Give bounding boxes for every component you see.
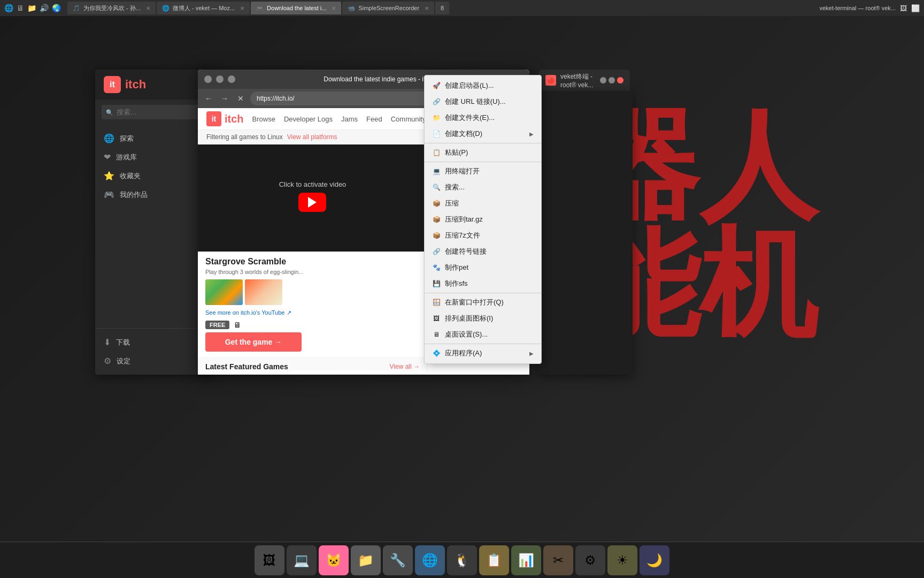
game-info-section: Stargrove Scramble Play through 3 worlds… [198, 252, 427, 357]
cm-compress-7z[interactable]: 📦 压缩7z文件 [425, 227, 541, 244]
video-play-button[interactable] [298, 193, 326, 212]
cm-create-url-label: 创建 URL 链接(U)... [445, 97, 506, 107]
nav-jams[interactable]: Jams [341, 115, 358, 123]
youtube-link-anchor[interactable]: See more on itch.io's YouTube ↗ [205, 309, 291, 316]
screenshot-1 [205, 279, 243, 305]
nav-browse[interactable]: Browse [252, 115, 275, 123]
veket-close-btn[interactable] [617, 77, 623, 83]
dock-item-1[interactable]: 💻 [287, 545, 317, 575]
taskbar-icon-1[interactable]: 🖼 [900, 4, 907, 12]
screenshot-2 [245, 279, 282, 305]
itch-app-nav: 🌐 探索 ❤ 游戏库 ⭐ 收藏夹 🎮 我的作品 [95, 125, 213, 208]
veket-maximize-btn[interactable] [609, 77, 615, 83]
tab-weibo-close[interactable]: ✕ [240, 5, 244, 11]
game-action-row: FREE 🖥 [205, 321, 420, 329]
video-activate-text: Click to activate video [279, 180, 346, 188]
taskbar-icon-2[interactable]: ⬜ [911, 4, 920, 12]
cm-terminal-label: 用终端打开 [445, 166, 480, 176]
nav-feed[interactable]: Feed [366, 115, 382, 123]
itch-app-search-input[interactable] [102, 105, 206, 119]
cm-search[interactable]: 🔍 搜索... [425, 179, 541, 195]
cm-open-terminal[interactable]: 💻 用终端打开 [425, 163, 541, 179]
nav-collection-label: 收藏夹 [120, 171, 141, 181]
tab-recorder[interactable]: 📹 SimpleScreenRecorder ✕ [342, 2, 434, 14]
cm-divider-1 [425, 143, 541, 143]
cm-open-new-window[interactable]: 🪟 在新窗口中打开(Q) [425, 294, 541, 310]
nav-community[interactable]: Community [391, 115, 426, 123]
tab-music[interactable]: 🎵 为你我受冷风吹 - 孙... ✕ [67, 2, 156, 14]
dock-item-3[interactable]: 📁 [351, 545, 381, 575]
myworks-icon: 🎮 [104, 189, 114, 200]
sys-icon-2: 🖥 [17, 4, 24, 12]
dock-item-7[interactable]: 📋 [479, 545, 509, 575]
cm-create-url-icon: 🔗 [432, 97, 441, 106]
nav-item-library[interactable]: ❤ 游戏库 [95, 148, 213, 166]
video-section[interactable]: Click to activate video [198, 144, 427, 252]
itch-site-nav: Browse Developer Logs Jams Feed Communit… [252, 115, 426, 123]
nav-settings-label: 设定 [117, 356, 130, 366]
cm-make-sfs[interactable]: 💾 制作sfs [425, 276, 541, 292]
cm-make-pet[interactable]: 🐾 制作pet [425, 260, 541, 276]
free-badge: FREE [205, 321, 229, 329]
tab-itch-close[interactable]: ✕ [332, 5, 336, 11]
view-all-platforms-link[interactable]: View all platforms [287, 133, 337, 141]
cm-arrange-icons[interactable]: 🖼 排列桌面图标(I) [425, 310, 541, 326]
tab-itch[interactable]: 🎮 Download the latest i... ✕ [251, 2, 341, 14]
nav-item-download[interactable]: ⬇ 下载 [95, 333, 213, 352]
nav-devlogs[interactable]: Developer Logs [284, 115, 333, 123]
cm-create-doc[interactable]: 📄 创建文档(D) ▶ [425, 126, 541, 142]
cm-compress-7z-icon: 📦 [432, 231, 441, 240]
cm-create-symlink[interactable]: 🔗 创建符号链接 [425, 244, 541, 260]
dock-item-2[interactable]: 🐱 [319, 545, 349, 575]
game-desc: Play through 3 worlds of egg-slingin... [205, 269, 420, 275]
cm-compress-icon: 📦 [432, 199, 441, 208]
cm-compress-targz[interactable]: 📦 压缩到tar.gz [425, 211, 541, 227]
tab-music-close[interactable]: ✕ [146, 5, 150, 11]
dock-item-9[interactable]: ✂ [543, 545, 573, 575]
get-game-button[interactable]: Get the game → [205, 332, 302, 352]
dock-item-12[interactable]: 🌙 [640, 545, 669, 575]
cm-create-doc-arrow: ▶ [529, 131, 534, 137]
taskbar-bottom: 🖼 💻 🐱 📁 🔧 🌐 🐧 📋 📊 ✂ ⚙ ☀ 🌙 [0, 542, 924, 578]
view-all-link[interactable]: View all → [390, 363, 420, 370]
cm-create-url[interactable]: 🔗 创建 URL 链接(U)... [425, 94, 541, 110]
tab-weibo[interactable]: 🌐 微博人 - veket — Moz... ✕ [157, 2, 250, 14]
cm-search-label: 搜索... [445, 182, 465, 192]
nav-item-myworks[interactable]: 🎮 我的作品 [95, 185, 213, 204]
back-button[interactable]: ← [202, 92, 215, 105]
itch-app-logo-icon: it [104, 76, 121, 93]
nav-item-collection[interactable]: ⭐ 收藏夹 [95, 166, 213, 185]
tab-recorder-close[interactable]: ✕ [425, 5, 429, 11]
veket-minimize-btn[interactable] [600, 77, 606, 83]
cm-terminal-icon: 💻 [432, 167, 441, 176]
maximize-button[interactable] [216, 75, 224, 83]
dock-item-0[interactable]: 🖼 [255, 545, 284, 575]
cm-paste-icon: 📋 [432, 148, 441, 157]
cm-compress-7z-label: 压缩7z文件 [445, 231, 480, 240]
forward-button[interactable]: → [218, 92, 231, 105]
cm-compress-label: 压缩 [445, 199, 459, 208]
cm-compress[interactable]: 📦 压缩 [425, 195, 541, 211]
cm-create-folder[interactable]: 📁 创建文件夹(E)... [425, 110, 541, 126]
reload-button[interactable]: ✕ [234, 92, 247, 105]
itch-search-wrap [102, 105, 206, 119]
close-button[interactable] [228, 75, 235, 83]
dock-item-8[interactable]: 📊 [511, 545, 541, 575]
nav-item-explore[interactable]: 🌐 探索 [95, 129, 213, 148]
dock-item-6[interactable]: 🐧 [447, 545, 477, 575]
dock-item-11[interactable]: ☀ [607, 545, 637, 575]
nav-item-settings[interactable]: ⚙ 设定 [95, 352, 213, 370]
tab-num-label: 8 [441, 5, 444, 11]
cm-paste[interactable]: 📋 粘贴(P) [425, 144, 541, 161]
cm-create-launcher-icon: 🚀 [432, 81, 441, 90]
cm-apps[interactable]: 💠 应用程序(A) ▶ [425, 345, 541, 361]
dock-item-5[interactable]: 🌐 [415, 545, 445, 575]
cm-create-launcher[interactable]: 🚀 创建启动器(L)... [425, 78, 541, 94]
dock-item-4[interactable]: 🔧 [383, 545, 413, 575]
browser-tabs: 🎵 为你我受冷风吹 - 孙... ✕ 🌐 微博人 - veket — Moz..… [67, 2, 817, 14]
cm-sfs-label: 制作sfs [445, 279, 468, 288]
tab-num[interactable]: 8 [435, 2, 449, 14]
minimize-button[interactable] [204, 75, 212, 83]
dock-item-10[interactable]: ⚙ [575, 545, 605, 575]
cm-desktop-settings[interactable]: 🖥 桌面设置(S)... [425, 326, 541, 343]
